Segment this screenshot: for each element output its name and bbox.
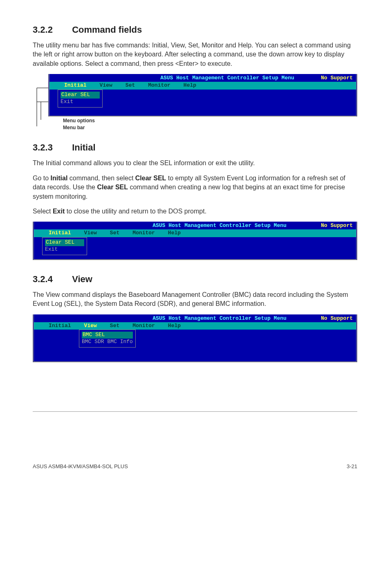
terminal-with-callouts: ASUS Host Management Controller Setup Me…	[33, 74, 357, 131]
menu-item-initial[interactable]: Initial	[42, 230, 78, 237]
menu-item-set[interactable]: Set	[119, 82, 141, 89]
menu-item-view[interactable]: View	[93, 82, 119, 89]
section-324-para1: The View command displays the Baseboard …	[33, 290, 357, 309]
section-number: 3.2.4	[33, 274, 69, 285]
menu-item-initial[interactable]: Initial	[42, 323, 78, 330]
menu-item-set[interactable]: Set	[103, 230, 126, 237]
section-title: Command fields	[72, 25, 142, 35]
footer-right: 3-21	[347, 463, 357, 469]
dropdown-menu: Clear SEL Exit	[34, 237, 356, 259]
section-323-para1: The Initial command allows you to clear …	[33, 159, 357, 168]
dropdown-item-bmc-sel[interactable]: BMC SEL	[82, 332, 133, 339]
dropdown-item-bmc-info[interactable]: BMC Info	[107, 339, 132, 345]
terminal-title-row: ASUS Host Management Controller Setup Me…	[34, 314, 356, 322]
menu-item-monitor[interactable]: Monitor	[126, 323, 161, 330]
terminal-menu-bar: Initial View Set Monitor Help	[34, 322, 356, 330]
footer-left: ASUS ASMB4-iKVM/ASMB4-SOL PLUS	[33, 463, 128, 469]
menu-item-help[interactable]: Help	[161, 230, 187, 237]
terminal-support-badge: No Support	[321, 315, 354, 322]
terminal-menu-bar: Initial View Set Monitor Help	[49, 82, 356, 90]
section-322-paragraph: The utility menu bar has five commands: …	[33, 41, 357, 68]
terminal-title: ASUS Host Management Controller Setup Me…	[52, 75, 321, 82]
dropdown-item-bmc-sdr[interactable]: BMC SDR	[82, 339, 104, 345]
terminal-screenshot-3: ASUS Host Management Controller Setup Me…	[33, 314, 357, 363]
menu-item-set[interactable]: Set	[103, 323, 126, 330]
terminal-title: ASUS Host Management Controller Setup Me…	[36, 222, 321, 229]
page-footer: ASUS ASMB4-iKVM/ASMB4-SOL PLUS 3-21	[33, 461, 357, 469]
callout-bracket	[33, 74, 48, 127]
dropdown-item-exit[interactable]: Exit	[61, 99, 73, 105]
section-title: Initial	[72, 142, 95, 153]
section-title: View	[72, 274, 92, 284]
terminal-screenshot-2: ASUS Host Management Controller Setup Me…	[33, 222, 357, 260]
dropdown-item-clear-sel[interactable]: Clear SEL	[45, 239, 84, 246]
terminal-title-row: ASUS Host Management Controller Setup Me…	[49, 74, 356, 82]
section-heading-323: 3.2.3 Initial	[33, 142, 357, 153]
terminal-support-badge: No Support	[321, 75, 354, 82]
dropdown-menu: BMC SEL BMC SDR BMC Info	[34, 330, 356, 352]
menu-item-help[interactable]: Help	[177, 82, 203, 89]
menu-item-view[interactable]: View	[78, 230, 103, 237]
callout-menu-bar: Menu bar	[63, 124, 357, 131]
menu-item-monitor[interactable]: Monitor	[141, 82, 177, 89]
terminal-title: ASUS Host Management Controller Setup Me…	[36, 315, 321, 322]
callout-labels: Menu options Menu bar	[63, 117, 357, 131]
dropdown-menu: Clear SEL Exit	[49, 90, 356, 112]
section-heading-322: 3.2.2 Command fields	[33, 25, 357, 35]
terminal-screenshot-1: ASUS Host Management Controller Setup Me…	[48, 74, 357, 117]
section-number: 3.2.3	[33, 142, 69, 153]
terminal-menu-bar: Initial View Set Monitor Help	[34, 229, 356, 237]
callout-menu-options: Menu options	[63, 117, 357, 124]
menu-item-help[interactable]: Help	[161, 323, 187, 330]
section-number: 3.2.2	[33, 25, 69, 35]
terminal-support-badge: No Support	[321, 222, 354, 229]
terminal-title-row: ASUS Host Management Controller Setup Me…	[34, 222, 356, 229]
section-323-para2: Go to Initial command, then select Clear…	[33, 174, 357, 201]
footer-rule	[33, 411, 357, 412]
section-heading-324: 3.2.4 View	[33, 274, 357, 285]
section-323-para3: Select Exit to close the utility and ret…	[33, 207, 357, 216]
menu-item-initial[interactable]: Initial	[58, 82, 93, 89]
dropdown-item-clear-sel[interactable]: Clear SEL	[61, 92, 100, 99]
menu-item-monitor[interactable]: Monitor	[126, 230, 161, 237]
menu-item-view[interactable]: View	[78, 323, 103, 330]
dropdown-item-exit[interactable]: Exit	[45, 246, 58, 252]
